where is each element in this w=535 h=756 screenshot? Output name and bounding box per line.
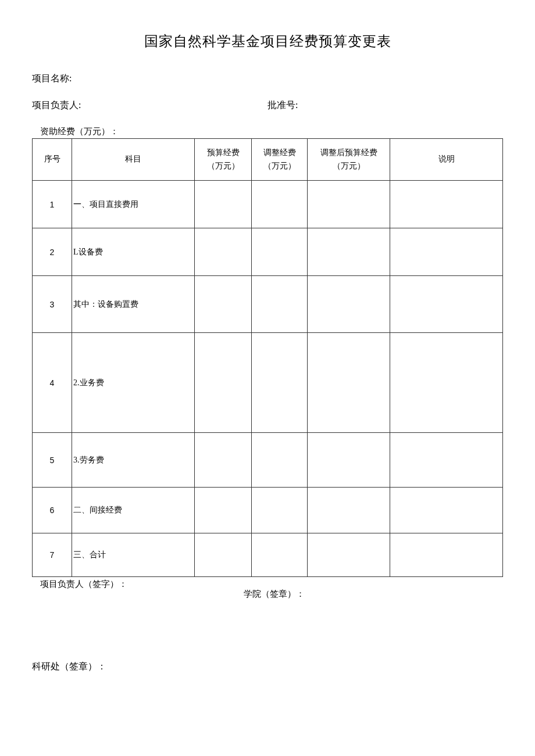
cell-adjust: [252, 533, 308, 577]
cell-note: [390, 433, 503, 488]
cell-seq: 2: [33, 228, 72, 276]
cell-note: [390, 333, 503, 433]
table-header-row: 序号 科目 预算经费 （万元） 调整经费 （万元） 调整后预算经费 （万元） 说…: [33, 139, 503, 181]
cell-after: [308, 228, 390, 276]
table-row: 1 一、项目直接费用: [33, 181, 503, 228]
cell-after: [308, 333, 390, 433]
project-leader-label: 项目负责人:: [32, 99, 268, 112]
cell-note: [390, 488, 503, 533]
cell-seq: 4: [33, 333, 72, 433]
table-row: 3 其中：设备购置费: [33, 276, 503, 333]
header-budget: 预算经费 （万元）: [195, 139, 252, 181]
cell-note: [390, 181, 503, 228]
approval-no-label: 批准号:: [268, 99, 503, 112]
table-row: 2 L设备费: [33, 228, 503, 276]
cell-after: [308, 181, 390, 228]
table-row: 7 三、合计: [33, 533, 503, 577]
cell-note: [390, 533, 503, 577]
cell-adjust: [252, 181, 308, 228]
budget-table: 序号 科目 预算经费 （万元） 调整经费 （万元） 调整后预算经费 （万元） 说…: [32, 138, 503, 577]
meta-row-project-name: 项目名称:: [32, 73, 503, 85]
header-seq: 序号: [33, 139, 72, 181]
signature-row-1: 项目负责人（签字）： 学院（签章）：: [32, 579, 503, 600]
cell-seq: 7: [33, 533, 72, 577]
cell-subject: 2.业务费: [72, 333, 195, 433]
header-subject: 科目: [72, 139, 195, 181]
funding-label: 资助经费（万元）：: [32, 126, 503, 137]
cell-after: [308, 433, 390, 488]
cell-adjust: [252, 228, 308, 276]
cell-adjust: [252, 276, 308, 333]
cell-after: [308, 488, 390, 533]
cell-note: [390, 228, 503, 276]
header-adjust: 调整经费 （万元）: [252, 139, 308, 181]
signature-block: 项目负责人（签字）： 学院（签章）： 科研处（签章）：: [32, 579, 503, 673]
cell-after: [308, 533, 390, 577]
cell-budget: [195, 276, 252, 333]
page-title: 国家自然科学基金项目经费预算变更表: [32, 32, 503, 51]
cell-budget: [195, 533, 252, 577]
table-row: 4 2.业务费: [33, 333, 503, 433]
project-name-label: 项目名称:: [32, 73, 268, 85]
cell-note: [390, 276, 503, 333]
cell-seq: 5: [33, 433, 72, 488]
cell-budget: [195, 433, 252, 488]
cell-budget: [195, 333, 252, 433]
cell-subject: L设备费: [72, 228, 195, 276]
cell-adjust: [252, 488, 308, 533]
header-note: 说明: [390, 139, 503, 181]
cell-subject: 其中：设备购置费: [72, 276, 195, 333]
cell-subject: 二、间接经费: [72, 488, 195, 533]
cell-subject: 一、项目直接费用: [72, 181, 195, 228]
table-row: 6 二、间接经费: [33, 488, 503, 533]
signature-research-office: 科研处（签章）：: [32, 661, 503, 673]
cell-budget: [195, 488, 252, 533]
cell-budget: [195, 228, 252, 276]
cell-adjust: [252, 433, 308, 488]
cell-subject: 3.劳务费: [72, 433, 195, 488]
cell-seq: 3: [33, 276, 72, 333]
cell-seq: 6: [33, 488, 72, 533]
cell-seq: 1: [33, 181, 72, 228]
cell-adjust: [252, 333, 308, 433]
table-row: 5 3.劳务费: [33, 433, 503, 488]
cell-subject: 三、合计: [72, 533, 195, 577]
cell-budget: [195, 181, 252, 228]
meta-row-leader-approval: 项目负责人: 批准号:: [32, 99, 503, 112]
signature-college: 学院（签章）：: [244, 589, 305, 600]
signature-leader: 项目负责人（签字）：: [32, 579, 127, 600]
cell-after: [308, 276, 390, 333]
header-after: 调整后预算经费 （万元）: [308, 139, 390, 181]
